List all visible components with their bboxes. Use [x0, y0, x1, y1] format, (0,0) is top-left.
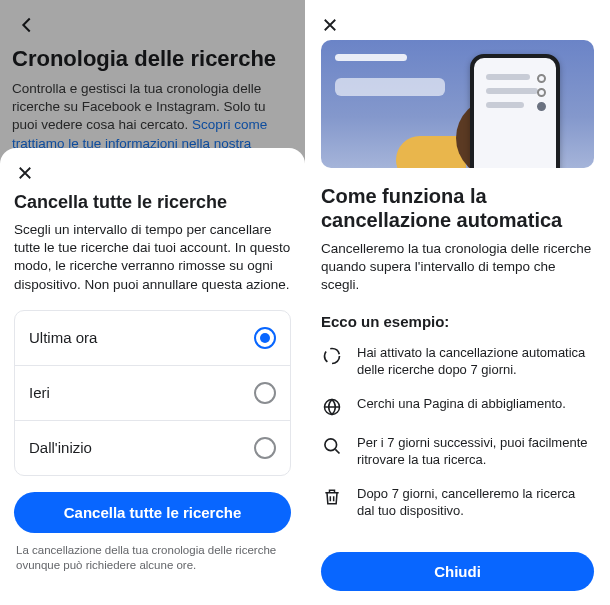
svg-point-0: [325, 348, 340, 363]
radio-icon: [254, 437, 276, 459]
option-ieri[interactable]: Ieri: [15, 366, 290, 421]
close-icon[interactable]: [321, 12, 594, 34]
option-label: Ultima ora: [29, 329, 97, 346]
step-item: Cerchi una Pagina di abbigliamento.: [321, 395, 594, 418]
option-ultima-ora[interactable]: Ultima ora: [15, 311, 290, 366]
search-icon: [321, 435, 343, 457]
globe-icon: [321, 396, 343, 418]
sheet-description: Scegli un intervallo di tempo per cancel…: [14, 221, 291, 294]
info-title: Come funziona la cancellazione automatic…: [321, 184, 594, 232]
step-text: Per i 7 giorni successivi, puoi facilmen…: [357, 434, 594, 469]
clear-all-button[interactable]: Cancella tutte le ricerche: [14, 492, 291, 533]
sheet-title: Cancella tutte le ricerche: [14, 192, 291, 213]
option-label: Ieri: [29, 384, 50, 401]
close-button[interactable]: Chiudi: [321, 552, 594, 591]
trash-icon: [321, 486, 343, 508]
step-item: Hai attivato la cancellazione automatica…: [321, 344, 594, 379]
bottom-sheet: Cancella tutte le ricerche Scegli un int…: [0, 148, 305, 605]
footnote: La cancellazione della tua cronologia de…: [14, 533, 291, 573]
step-text: Dopo 7 giorni, cancelleremo la ricerca d…: [357, 485, 594, 520]
radio-icon: [254, 327, 276, 349]
spinner-icon: [321, 345, 343, 367]
example-subtitle: Ecco un esempio:: [321, 313, 594, 330]
option-dall-inizio[interactable]: Dall'inizio: [15, 421, 290, 475]
info-description: Cancelleremo la tua cronologia delle ric…: [321, 240, 594, 295]
step-text: Hai attivato la cancellazione automatica…: [357, 344, 594, 379]
radio-icon: [254, 382, 276, 404]
step-item: Dopo 7 giorni, cancelleremo la ricerca d…: [321, 485, 594, 520]
close-icon[interactable]: [14, 164, 291, 192]
step-item: Per i 7 giorni successivi, puoi facilmen…: [321, 434, 594, 469]
option-label: Dall'inizio: [29, 439, 92, 456]
time-range-options: Ultima ora Ieri Dall'inizio: [14, 310, 291, 476]
svg-point-2: [325, 439, 337, 451]
illustration: [321, 40, 594, 168]
step-text: Cerchi una Pagina di abbigliamento.: [357, 395, 566, 418]
